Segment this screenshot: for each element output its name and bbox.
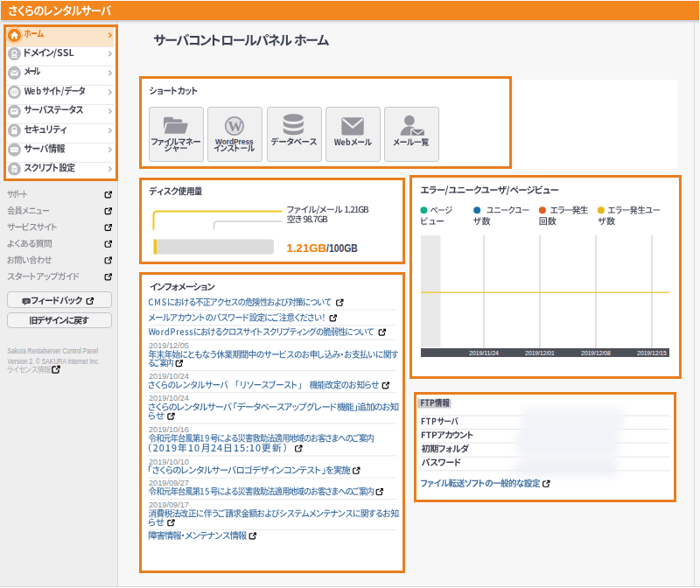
svg-text:2019/10/10: 2019/10/10 [149, 458, 189, 466]
svg-text:2019/10/24: 2019/10/24 [149, 372, 189, 381]
svg-text:1.21GB: 1.21GB [287, 242, 326, 255]
svg-text:2019/10/16: 2019/10/16 [149, 425, 189, 434]
svg-text:2019/09/27: 2019/09/27 [149, 479, 189, 487]
svg-text:WordPress: WordPress [215, 137, 254, 146]
svg-text:2019/10/24: 2019/10/24 [149, 394, 189, 402]
svg-text:/100GB: /100GB [326, 242, 358, 255]
svg-text:2019/12/05: 2019/12/05 [149, 341, 189, 350]
svg-text:2019/12/15: 2019/12/15 [637, 349, 667, 357]
svg-text:2019/12/08: 2019/12/08 [581, 349, 611, 357]
svg-text:2019/09/17: 2019/09/17 [149, 500, 189, 509]
svg-text:Sakura Rentalserver Control Pa: Sakura Rentalserver Control Panel [8, 347, 99, 355]
svg-text:2019/12/01: 2019/12/01 [525, 349, 555, 357]
svg-text:2019/11/24: 2019/11/24 [469, 349, 499, 357]
svg-text:W: W [228, 118, 243, 135]
svg-text:Version 2. © SAKURA Internet I: Version 2. © SAKURA Internet Inc. [8, 358, 100, 366]
